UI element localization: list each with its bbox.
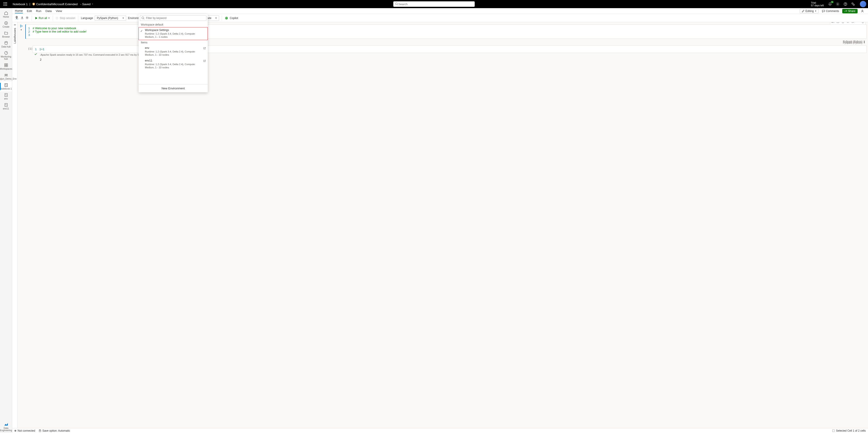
top-bar: Notebook 1 | Confidential\Microsoft Exte… [0,0,868,8]
separator: | [30,2,30,6]
settings-icon[interactable] [835,2,840,6]
svg-line-16 [853,4,853,4]
search-input[interactable] [398,2,473,6]
chevron-down-icon: ▼ [91,3,93,5]
feedback-icon[interactable] [851,2,855,6]
svg-rect-6 [4,5,4,6]
shield-icon [32,2,35,6]
svg-rect-2 [6,2,7,3]
notifications-icon[interactable]: 5 [828,2,832,6]
svg-line-10 [397,4,398,5]
svg-point-9 [395,3,397,5]
search-icon [395,2,398,6]
confidentiality-label: Confidential\Microsoft Extended [36,2,78,6]
notification-badge: 5 [831,1,834,3]
svg-rect-4 [5,4,6,4]
search-box[interactable] [393,1,475,7]
trial-info: Trial: 57 days left [811,1,824,7]
help-icon[interactable] [843,2,848,6]
svg-point-13 [845,5,845,5]
top-right-controls: Trial: 57 days left 5 [811,1,866,7]
svg-rect-5 [6,4,7,4]
svg-rect-7 [5,5,6,6]
svg-point-11 [837,4,838,4]
app-launcher-icon[interactable] [2,0,9,8]
user-avatar[interactable] [860,1,866,7]
svg-rect-8 [6,5,7,6]
svg-rect-1 [5,2,6,3]
svg-rect-0 [4,2,4,3]
save-status[interactable]: - Saved ▼ [80,2,93,6]
svg-rect-3 [4,4,4,4]
notebook-title: Notebook 1 [13,2,28,6]
